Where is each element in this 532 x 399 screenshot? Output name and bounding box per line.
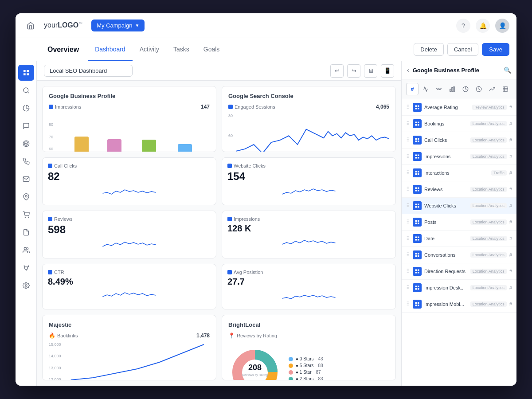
desktop-view-button[interactable]: 🖥 [364, 64, 377, 78]
drag-handle[interactable]: ⠿ [406, 235, 410, 242]
item-tag: Location Analytics [470, 252, 507, 258]
panel-icon-trend[interactable] [486, 83, 498, 95]
top-nav: yourLOGO™ My Campaign ▼ ? 🔔 👤 [16, 13, 516, 38]
metric-value: 82 [48, 170, 211, 183]
bar-chart: Mobile Search Mobile Maps Desktop Search [57, 113, 210, 152]
tab-tasks[interactable]: Tasks [166, 39, 196, 61]
item-hash-icon[interactable]: # [509, 301, 512, 307]
drag-handle[interactable]: ⠿ [406, 170, 410, 176]
metric-icon [48, 270, 52, 274]
undo-button[interactable]: ↩ [330, 64, 344, 78]
tab-dashboard[interactable]: Dashboard [88, 39, 133, 61]
panel-icon-bar[interactable] [446, 83, 458, 95]
item-hash-icon[interactable]: # [509, 252, 512, 258]
panel-icon-clock[interactable] [473, 83, 485, 95]
drag-handle[interactable]: ⠿ [406, 203, 410, 209]
item-hash-icon[interactable]: # [509, 203, 512, 208]
drag-handle[interactable]: ⠿ [406, 219, 410, 225]
metric-value: 598 [48, 223, 211, 236]
sidebar-icon-phone[interactable] [18, 153, 34, 169]
svg-rect-28 [418, 106, 419, 107]
panel-item-date: ⠿ Date Location Analytics # [402, 231, 516, 247]
svg-rect-3 [27, 73, 29, 75]
drag-handle[interactable]: ⠿ [406, 121, 410, 127]
sidebar-icon-cart[interactable] [18, 207, 34, 223]
panel-icon-line[interactable] [419, 83, 432, 95]
panel-icon-table[interactable] [499, 83, 512, 95]
svg-point-6 [24, 142, 28, 145]
sparkline [227, 235, 390, 249]
panel-icon-hash[interactable]: # [406, 83, 419, 95]
item-hash-icon[interactable]: # [509, 121, 512, 126]
sidebar-icon-mail[interactable] [18, 171, 34, 187]
item-hash-icon[interactable]: # [509, 187, 512, 192]
mobile-view-button[interactable]: 📱 [381, 64, 394, 78]
item-tag: Location Analytics [470, 137, 507, 143]
legend-item-1star: ● 1 Star87 [289, 370, 323, 375]
tab-activity[interactable]: Activity [133, 39, 166, 61]
item-hash-icon[interactable]: # [509, 105, 512, 110]
panel-icon-wave[interactable] [433, 83, 445, 95]
legend-item-5stars: ● 5 Stars88 [289, 363, 323, 368]
metric-value: 27.7 [227, 277, 390, 287]
drag-handle[interactable]: ⠿ [406, 252, 410, 258]
item-icon [413, 152, 422, 161]
sidebar-icon-grid[interactable] [18, 65, 34, 81]
drag-handle[interactable]: ⠿ [406, 186, 410, 192]
item-hash-icon[interactable]: # [509, 236, 512, 241]
bar-group-desktop-maps: Desktop Maps [172, 144, 198, 152]
legend-item-2stars: ● 2 Stars83 [289, 376, 323, 380]
majestic-chart-area: 15,00014,00013,00012,000 [49, 342, 210, 381]
help-button[interactable]: ? [456, 19, 470, 33]
drag-handle[interactable]: ⠿ [406, 268, 410, 274]
sidebar-icon-plug[interactable] [18, 260, 34, 276]
item-icon [413, 168, 422, 177]
svg-text:208: 208 [248, 363, 262, 372]
majestic-widget: Majestic 🔥 Backlinks 1,478 15,00014,0001… [42, 315, 216, 381]
save-button[interactable]: Save [482, 43, 509, 56]
item-icon [413, 136, 422, 145]
sidebar-icon-search[interactable] [18, 82, 34, 98]
cancel-button[interactable]: Cancel [447, 43, 478, 56]
sidebar-icon-settings[interactable] [18, 278, 34, 293]
svg-rect-64 [418, 253, 419, 255]
panel-back-button[interactable]: ‹ [407, 66, 409, 74]
sidebar-icon-users[interactable] [18, 242, 34, 258]
sidebar-icon-target[interactable] [18, 136, 34, 152]
item-name: Call Clicks [424, 137, 468, 143]
item-hash-icon[interactable]: # [509, 170, 512, 176]
home-icon[interactable] [23, 18, 39, 34]
avatar[interactable]: 👤 [495, 19, 509, 33]
sidebar-icon-chart[interactable] [18, 100, 34, 116]
drag-handle[interactable]: ⠿ [406, 285, 410, 291]
dashboard-title-input[interactable] [44, 65, 133, 77]
item-name: Website Clicks [424, 203, 468, 208]
item-hash-icon[interactable]: # [509, 285, 512, 290]
panel-item-direction-requests: ⠿ Direction Requests Location Analytics … [402, 263, 516, 280]
sidebar-icon-chat[interactable] [18, 118, 34, 134]
panel-icon-pie[interactable] [459, 83, 472, 95]
item-hash-icon[interactable]: # [509, 219, 512, 225]
svg-rect-59 [415, 237, 417, 239]
sidebar-icon-file[interactable] [18, 224, 34, 240]
redo-button[interactable]: ↪ [347, 64, 360, 78]
campaign-button[interactable]: My Campaign ▼ [91, 20, 145, 31]
delete-button[interactable]: Delete [414, 43, 444, 56]
item-hash-icon[interactable]: # [509, 269, 512, 274]
item-hash-icon[interactable]: # [509, 137, 512, 143]
item-tag: Traffic [491, 170, 507, 176]
notifications-button[interactable]: 🔔 [476, 19, 490, 33]
svg-rect-22 [450, 89, 451, 91]
majestic-line-container [65, 342, 210, 381]
drag-handle[interactable]: ⠿ [406, 137, 410, 143]
drag-handle[interactable]: ⠿ [406, 153, 410, 160]
panel-search-icon[interactable]: 🔍 [504, 66, 511, 74]
drag-handle[interactable]: ⠿ [406, 301, 410, 307]
sidebar-icon-location[interactable] [18, 189, 34, 205]
tab-goals[interactable]: Goals [196, 39, 227, 61]
drag-handle[interactable]: ⠿ [406, 104, 410, 110]
majestic-chart-header: 🔥 Backlinks 1,478 [49, 332, 210, 339]
bar-group-desktop-search: Desktop Search [135, 140, 163, 152]
item-hash-icon[interactable]: # [509, 154, 512, 159]
item-icon [413, 119, 422, 128]
